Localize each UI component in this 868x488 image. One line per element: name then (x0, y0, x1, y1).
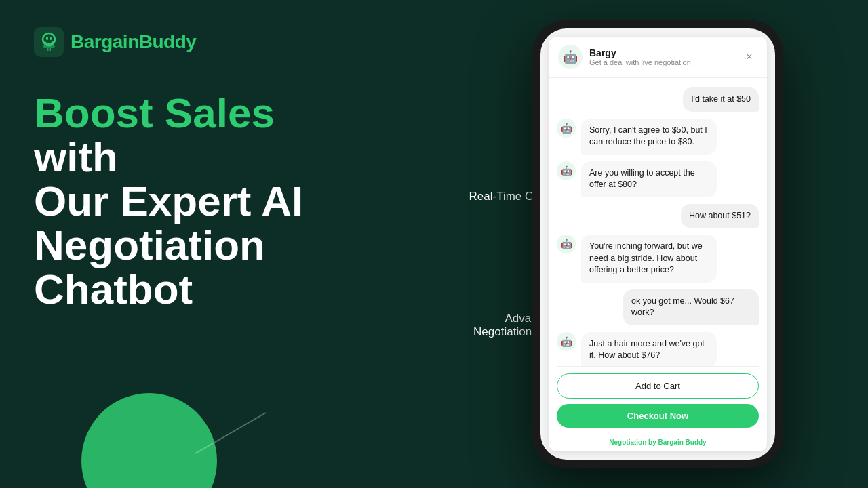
chat-bot-subtitle: Get a deal with live negotiation (589, 58, 734, 66)
message-row: 🤖 Are you willing to accept the offer at… (557, 161, 759, 197)
chat-messages: I'd take it at $50 🤖 Sorry, I can't agre… (549, 78, 767, 366)
user-message: How about $51? (681, 204, 759, 228)
chat-avatar: 🤖 (558, 45, 583, 69)
message-row: ok you got me... Would $67 work? (557, 289, 759, 325)
footer-brand-link[interactable]: Bargain Buddy (658, 439, 707, 446)
svg-rect-5 (47, 48, 49, 51)
message-row: 🤖 Sorry, I can't agree to $50, but I can… (557, 119, 759, 155)
chat-bot-name: Bargy (589, 47, 734, 58)
bot-message: Are you willing to accept the offer at $… (581, 161, 717, 197)
logo-icon (34, 27, 64, 57)
close-button[interactable]: × (741, 49, 757, 65)
bot-message: Just a hair more and we've got it. How a… (581, 332, 717, 367)
svg-rect-6 (50, 48, 52, 51)
svg-rect-2 (46, 37, 48, 40)
message-row: I'd take it at $50 (557, 87, 759, 112)
deco-circle (81, 393, 217, 488)
svg-rect-3 (50, 37, 52, 40)
bot-avatar-small: 🤖 (557, 332, 576, 351)
bot-icon: 🤖 (563, 49, 578, 64)
user-message: I'd take it at $50 (683, 87, 759, 112)
chat-actions: Add to Cart Checkout Now (549, 367, 767, 434)
message-row: 🤖 You're inching forward, but we need a … (557, 235, 759, 283)
chat-widget: 🤖 Bargy Get a deal with live negotiation… (549, 37, 767, 451)
footer-text: Negotiation by (609, 439, 658, 446)
chat-header: 🤖 Bargy Get a deal with live negotiation… (549, 37, 767, 78)
right-section: 🤖 Bargy Get a deal with live negotiation… (448, 0, 868, 488)
brand-name: BargainBuddy (71, 31, 196, 53)
add-to-cart-button[interactable]: Add to Cart (557, 373, 759, 399)
message-row: 🤖 Just a hair more and we've got it. How… (557, 332, 759, 367)
bot-avatar-small: 🤖 (557, 235, 576, 253)
svg-rect-4 (43, 45, 55, 48)
bot-avatar-small: 🤖 (557, 119, 576, 138)
negotiation-footer: Negotiation by Bargain Buddy (549, 434, 767, 451)
checkout-button[interactable]: Checkout Now (557, 404, 759, 428)
phone-mockup: 🤖 Bargy Get a deal with live negotiation… (532, 20, 783, 468)
bot-message: Sorry, I can't agree to $50, but I can r… (581, 119, 717, 155)
chat-header-info: Bargy Get a deal with live negotiation (589, 47, 734, 66)
phone-screen: 🤖 Bargy Get a deal with live negotiation… (540, 28, 775, 460)
message-row: How about $51? (557, 204, 759, 228)
bot-avatar-small: 🤖 (557, 161, 576, 180)
svg-rect-0 (34, 27, 64, 57)
bot-message: You're inching forward, but we need a bi… (581, 235, 717, 283)
user-message: ok you got me... Would $67 work? (623, 289, 759, 325)
